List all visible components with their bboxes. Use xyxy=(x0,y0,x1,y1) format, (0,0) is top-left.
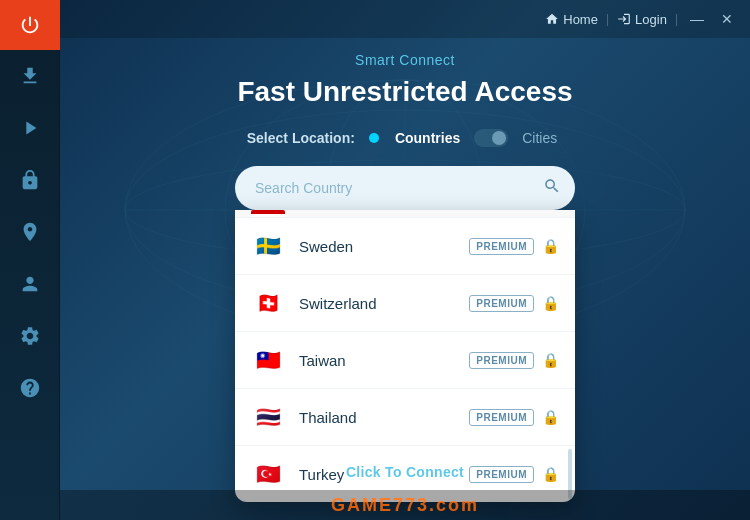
close-button[interactable]: ✕ xyxy=(716,8,738,30)
country-item[interactable]: 🇹🇼 Taiwan PREMIUM 🔒 xyxy=(235,332,575,389)
countries-option[interactable]: Countries xyxy=(389,128,466,148)
user-icon xyxy=(19,273,41,295)
power-button[interactable] xyxy=(0,0,60,50)
partial-flag xyxy=(251,210,285,218)
search-icon xyxy=(543,177,561,195)
ip-icon xyxy=(19,221,41,243)
premium-badge-switzerland: PREMIUM xyxy=(469,295,534,312)
connect-button[interactable]: Click To Connect xyxy=(346,464,464,480)
sidebar-ip[interactable] xyxy=(0,206,60,258)
home-link[interactable]: Home xyxy=(545,12,598,27)
smart-connect-label: Smart Connect xyxy=(355,52,455,68)
topbar-divider2: | xyxy=(675,12,678,26)
premium-badge-taiwan: PREMIUM xyxy=(469,352,534,369)
page-title: Fast Unrestricted Access xyxy=(237,76,572,108)
location-selector-row: Select Location: Countries Cities xyxy=(247,128,564,148)
search-button[interactable] xyxy=(543,177,561,199)
login-label: Login xyxy=(635,12,667,27)
premium-badge-sweden: PREMIUM xyxy=(469,238,534,255)
home-label: Home xyxy=(563,12,598,27)
play-icon xyxy=(19,117,41,139)
settings-icon xyxy=(19,325,41,347)
power-icon xyxy=(19,14,41,36)
country-item[interactable]: 🇹🇭 Thailand PREMIUM 🔒 xyxy=(235,389,575,446)
country-name-switzerland: Switzerland xyxy=(299,295,469,312)
download-icon xyxy=(19,65,41,87)
flag-switzerland: 🇨🇭 xyxy=(251,286,285,320)
topbar-divider: | xyxy=(606,12,609,26)
login-link[interactable]: Login xyxy=(617,12,667,27)
country-name-taiwan: Taiwan xyxy=(299,352,469,369)
flag-taiwan: 🇹🇼 xyxy=(251,343,285,377)
sidebar xyxy=(0,0,60,520)
lock-sidebar-icon xyxy=(19,169,41,191)
home-icon xyxy=(545,12,559,26)
lock-icon-sweden: 🔒 xyxy=(542,238,559,254)
topbar: Home | Login | — ✕ xyxy=(60,0,750,38)
login-icon xyxy=(617,12,631,26)
select-location-label: Select Location: xyxy=(247,130,355,146)
bottom-bar: Click To Connect xyxy=(60,454,750,490)
cities-option[interactable]: Cities xyxy=(516,128,563,148)
lock-icon-switzerland: 🔒 xyxy=(542,295,559,311)
sidebar-download[interactable] xyxy=(0,50,60,102)
sidebar-settings[interactable] xyxy=(0,310,60,362)
search-container xyxy=(235,166,575,210)
country-item[interactable]: 🇸🇪 Sweden PREMIUM 🔒 xyxy=(235,218,575,275)
help-icon xyxy=(19,377,41,399)
country-item[interactable]: 🇨🇭 Switzerland PREMIUM 🔒 xyxy=(235,275,575,332)
main-content: Home | Login | — ✕ Smart Connect Fast Un… xyxy=(60,0,750,520)
location-toggle-switch[interactable] xyxy=(474,129,508,147)
sidebar-lock[interactable] xyxy=(0,154,60,206)
country-name-thailand: Thailand xyxy=(299,409,469,426)
flag-thailand: 🇹🇭 xyxy=(251,400,285,434)
lock-icon-thailand: 🔒 xyxy=(542,409,559,425)
country-name-sweden: Sweden xyxy=(299,238,469,255)
watermark: GAME773.com xyxy=(60,490,750,520)
content-area: Smart Connect Fast Unrestricted Access S… xyxy=(60,38,750,520)
sidebar-play[interactable] xyxy=(0,102,60,154)
country-item-partial xyxy=(235,210,575,218)
sidebar-user[interactable] xyxy=(0,258,60,310)
premium-badge-thailand: PREMIUM xyxy=(469,409,534,426)
sidebar-help[interactable] xyxy=(0,362,60,414)
location-toggle: Countries Cities xyxy=(369,128,563,148)
toggle-dot xyxy=(369,133,379,143)
minimize-button[interactable]: — xyxy=(686,8,708,30)
lock-icon-taiwan: 🔒 xyxy=(542,352,559,368)
search-input[interactable] xyxy=(235,166,575,210)
flag-sweden: 🇸🇪 xyxy=(251,229,285,263)
